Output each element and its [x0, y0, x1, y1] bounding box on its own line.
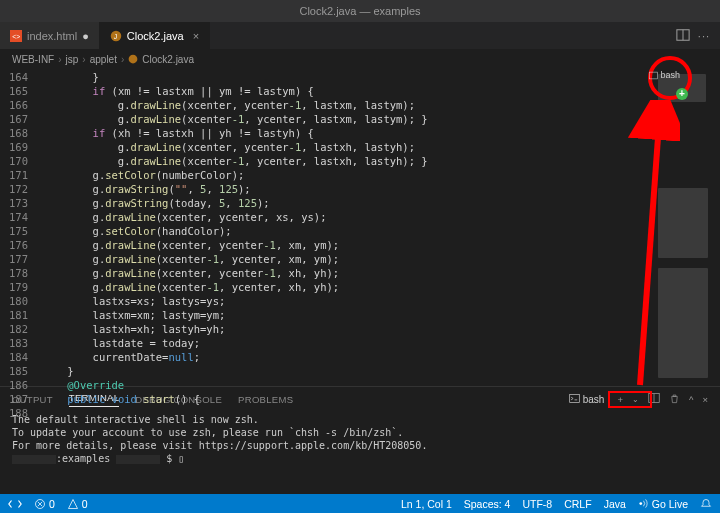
title-bar: Clock2.java — examples — [0, 0, 720, 22]
java-file-icon: J — [110, 30, 122, 42]
minimap[interactable] — [652, 68, 714, 386]
tab-clock2-java[interactable]: J Clock2.java × — [100, 22, 210, 49]
status-warnings[interactable]: 0 — [67, 498, 88, 510]
status-bar: 0 0 Ln 1, Col 1 Spaces: 4 UTF-8 CRLF Jav… — [0, 494, 720, 513]
breadcrumb[interactable]: WEB-INF › jsp › applet › Clock2.java — [0, 50, 720, 68]
redacted-text — [12, 455, 56, 464]
redacted-text — [116, 455, 160, 464]
annotation-bash-label: bash — [649, 70, 680, 80]
breadcrumb-segment[interactable]: jsp — [66, 54, 79, 65]
status-go-live[interactable]: Go Live — [638, 498, 688, 510]
tab-label: index.html — [27, 30, 77, 42]
chevron-right-icon: › — [121, 54, 124, 65]
status-errors[interactable]: 0 — [34, 498, 55, 510]
editor[interactable]: 1641651661671681691701711721731741751761… — [0, 68, 720, 386]
status-encoding[interactable]: UTF-8 — [522, 498, 552, 510]
status-cursor-position[interactable]: Ln 1, Col 1 — [401, 498, 452, 510]
remote-indicator[interactable] — [8, 497, 22, 511]
breadcrumb-segment[interactable]: applet — [90, 54, 117, 65]
notification-icon[interactable] — [700, 498, 712, 510]
annotation-plus-icon: + — [676, 88, 688, 100]
chevron-right-icon: › — [58, 54, 61, 65]
tab-label: Clock2.java — [127, 30, 184, 42]
close-icon[interactable]: × — [193, 30, 199, 42]
chevron-right-icon: › — [82, 54, 85, 65]
terminal-line: To update your account to use zsh, pleas… — [12, 426, 708, 439]
split-editor-icon[interactable] — [676, 28, 690, 44]
breadcrumb-segment[interactable]: Clock2.java — [142, 54, 194, 65]
java-file-icon — [128, 54, 138, 64]
terminal-prompt: :examples $ ▯ — [12, 452, 708, 465]
svg-rect-14 — [650, 72, 658, 79]
window-title: Clock2.java — examples — [299, 5, 420, 17]
svg-point-6 — [129, 55, 138, 64]
line-number-gutter: 1641651661671681691701711721731741751761… — [0, 68, 42, 386]
svg-text:J: J — [114, 33, 117, 40]
more-actions-icon[interactable]: ··· — [698, 30, 710, 42]
terminal-body[interactable]: The default interactive shell is now zsh… — [0, 411, 720, 467]
status-eol[interactable]: CRLF — [564, 498, 591, 510]
editor-tabs: <> index.html ● J Clock2.java × ··· — [0, 22, 720, 50]
terminal-line: The default interactive shell is now zsh… — [12, 413, 708, 426]
svg-point-13 — [639, 502, 642, 505]
tab-index-html[interactable]: <> index.html ● — [0, 22, 100, 49]
status-language[interactable]: Java — [604, 498, 626, 510]
unsaved-dot-icon: ● — [82, 30, 89, 42]
breadcrumb-segment[interactable]: WEB-INF — [12, 54, 54, 65]
svg-text:<>: <> — [12, 33, 20, 40]
status-indentation[interactable]: Spaces: 4 — [464, 498, 511, 510]
html-file-icon: <> — [10, 30, 22, 42]
code-content[interactable]: } if (xm != lastxm || ym != lastym) { g.… — [42, 68, 720, 386]
terminal-line: For more details, please visit https://s… — [12, 439, 708, 452]
